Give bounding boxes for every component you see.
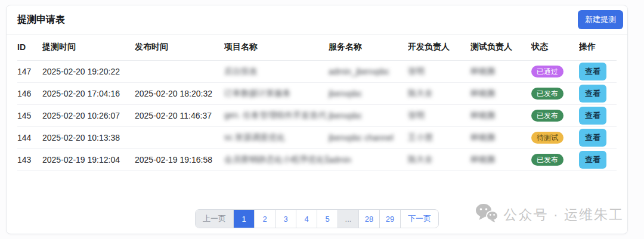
pagination: 上一页 1 2 3 4 5 ... 28 29 下一页 <box>7 209 627 228</box>
table-wrap: ID 提测时间 发布时间 项目名称 服务名称 开发负责人 测试负责人 状态 操作… <box>7 35 627 171</box>
cell-submit-time: 2025-02-20 19:20:22 <box>42 60 135 82</box>
col-header-dev-owner: 开发负责人 <box>408 35 470 60</box>
pagination-group: 上一页 1 2 3 4 5 ... 28 29 下一页 <box>195 209 439 228</box>
cell-dev-owner-redacted: 陈大全 <box>408 82 470 104</box>
status-badge: 已发布 <box>531 88 564 100</box>
test-request-card: 提测申请表 新建提测 ID 提测时间 发布时间 项目名称 服务名称 开发负责人 … <box>6 5 628 234</box>
status-badge: 已发布 <box>531 110 564 122</box>
view-button[interactable]: 查看 <box>579 85 606 103</box>
cell-submit-time: 2025-02-19 19:12:04 <box>42 148 135 170</box>
cell-release-time <box>135 60 224 82</box>
cell-id: 146 <box>17 82 42 104</box>
col-header-test-owner: 测试负责人 <box>470 35 531 60</box>
view-button[interactable]: 查看 <box>579 107 606 125</box>
cell-id: 144 <box>17 126 42 148</box>
pagination-next-button[interactable]: 下一页 <box>400 210 438 228</box>
col-header-id: ID <box>17 35 42 60</box>
cell-project-name-redacted: 后台技改 <box>224 60 329 82</box>
cell-dev-owner-redacted: 陈大全 <box>408 148 470 170</box>
cell-submit-time: 2025-02-20 10:26:07 <box>42 104 135 126</box>
cell-id: 147 <box>17 60 42 82</box>
pagination-page-2[interactable]: 2 <box>254 210 275 228</box>
cell-service-name-redacted: admin <box>329 148 408 170</box>
new-test-request-button[interactable]: 新建提测 <box>578 10 623 29</box>
cell-submit-time: 2025-02-20 17:04:16 <box>42 82 135 104</box>
col-header-service-name: 服务名称 <box>329 35 408 60</box>
cell-service-name-redacted: jbenvpbc <box>329 104 408 126</box>
table-header-row: ID 提测时间 发布时间 项目名称 服务名称 开发负责人 测试负责人 状态 操作 <box>17 35 617 60</box>
cell-service-name-redacted: admin_jbenvpbc <box>329 60 408 82</box>
view-button[interactable]: 查看 <box>579 151 606 169</box>
cell-release-time: 2025-02-19 19:16:58 <box>135 148 224 170</box>
cell-release-time: 2025-02-20 18:20:32 <box>135 82 224 104</box>
cell-dev-owner-redacted: 张明 <box>408 104 470 126</box>
cell-release-time: 2025-02-20 11:46:37 <box>135 104 224 126</box>
cell-project-name-redacted: gen. 任务管理组件开发迭代 <box>224 104 329 126</box>
pagination-page-1[interactable]: 1 <box>233 210 254 228</box>
cell-dev-owner-redacted: 王小慧 <box>408 126 470 148</box>
cell-test-owner-redacted: 林晓雅 <box>470 60 531 82</box>
table-row: 145 2025-02-20 10:26:07 2025-02-20 11:46… <box>17 104 617 126</box>
table-row: 144 2025-02-20 10:13:38 sc.资源调度优化 jbenvp… <box>17 126 617 148</box>
pagination-page-29[interactable]: 29 <box>379 210 400 228</box>
col-header-status: 状态 <box>531 35 579 60</box>
pagination-page-4[interactable]: 4 <box>296 210 317 228</box>
pagination-ellipsis[interactable]: ... <box>338 210 358 228</box>
test-request-table: ID 提测时间 发布时间 项目名称 服务名称 开发负责人 测试负责人 状态 操作… <box>17 35 617 171</box>
cell-service-name-redacted: jbenvpbc channel <box>329 126 408 148</box>
pagination-page-3[interactable]: 3 <box>275 210 296 228</box>
col-header-project-name: 项目名称 <box>224 35 329 60</box>
view-button[interactable]: 查看 <box>579 63 606 80</box>
cell-project-name-redacted: sc.资源调度优化 <box>224 126 329 148</box>
card-header: 提测申请表 新建提测 <box>7 5 627 35</box>
table-row: 146 2025-02-20 17:04:16 2025-02-20 18:20… <box>17 82 617 104</box>
cell-id: 143 <box>17 148 42 170</box>
cell-release-time <box>135 126 224 148</box>
col-header-release-time: 发布时间 <box>135 35 224 60</box>
page-title: 提测申请表 <box>17 14 65 26</box>
status-badge: 已发布 <box>531 154 564 166</box>
cell-id: 145 <box>17 104 42 126</box>
cell-test-owner-redacted: 林晓雅 <box>470 104 531 126</box>
status-badge: 待测试 <box>531 132 564 144</box>
cell-service-name-redacted: jbenvpbc <box>329 82 408 104</box>
cell-dev-owner-redacted: 张明 <box>408 60 470 82</box>
cell-test-owner-redacted: 林晓雅 <box>470 126 531 148</box>
pagination-page-5[interactable]: 5 <box>317 210 338 228</box>
table-row: 143 2025-02-19 19:12:04 2025-02-19 19:16… <box>17 148 617 170</box>
cell-submit-time: 2025-02-20 10:13:38 <box>42 126 135 148</box>
pagination-page-28[interactable]: 28 <box>358 210 379 228</box>
table-row: 147 2025-02-20 19:20:22 后台技改 admin_jbenv… <box>17 60 617 82</box>
status-badge: 已通过 <box>531 66 564 77</box>
cell-test-owner-redacted: 林晓雅 <box>470 82 531 104</box>
view-button[interactable]: 查看 <box>579 129 606 147</box>
cell-project-name-redacted: 会员营销静态化小程序优化需求 <box>224 148 329 170</box>
col-header-submit-time: 提测时间 <box>42 35 135 60</box>
cell-test-owner-redacted: 林晓雅 <box>470 148 531 170</box>
pagination-prev-button[interactable]: 上一页 <box>196 210 233 228</box>
cell-project-name-redacted: 订单数据计算服务 <box>224 82 329 104</box>
col-header-action: 操作 <box>579 35 617 60</box>
